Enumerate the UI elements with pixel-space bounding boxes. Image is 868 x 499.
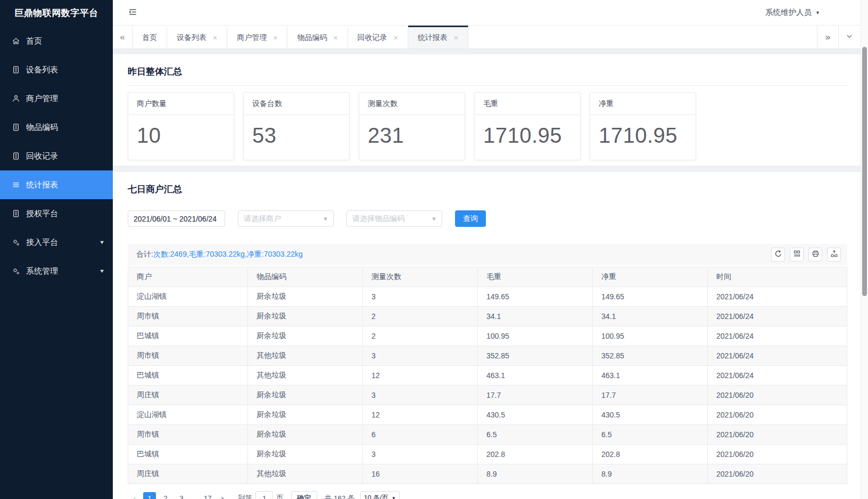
doc-icon (12, 209, 20, 218)
tab-label: 商户管理 (237, 33, 267, 43)
table-cell: 其他垃圾 (248, 366, 363, 386)
sidebar-item-access-platform[interactable]: 接入平台▼ (0, 228, 113, 257)
table-cell: 其他垃圾 (248, 346, 363, 366)
table-cell: 厨余垃圾 (248, 405, 363, 425)
table-row: 周庄镇其他垃圾168.98.92021/06/20 (128, 464, 847, 484)
close-tab-icon[interactable]: × (454, 34, 458, 42)
scrollbar-track[interactable] (861, 0, 868, 499)
print-button[interactable] (808, 248, 822, 261)
report-table: 商户物品编码测量次数毛重净重时间 淀山湖镇厨余垃圾3149.65149.6520… (128, 267, 847, 484)
next-page-button[interactable]: › (216, 492, 229, 499)
search-button[interactable]: 查询 (455, 210, 486, 227)
table-row: 周市镇厨余垃圾66.56.52021/06/20 (128, 425, 847, 445)
table-cell: 周市镇 (128, 346, 248, 366)
tab-list: 首页设备列表×商户管理×物品编码×回收记录×统计报表× (133, 26, 468, 48)
sidebar-item-stats-report[interactable]: 统计报表 (0, 170, 113, 199)
table-cell: 2021/06/20 (708, 386, 847, 405)
table-row: 淀山湖镇厨余垃圾12430.5430.52021/06/20 (128, 405, 847, 425)
table-cell: 厨余垃圾 (248, 445, 363, 464)
sidebar-item-system-mgmt[interactable]: 系统管理▼ (0, 257, 113, 285)
table-cell: 2021/06/24 (708, 326, 847, 346)
merchant-select[interactable]: 请选择商户 ▼ (238, 210, 334, 227)
tab-label: 回收记录 (358, 33, 387, 43)
stat-card-label: 设备台数 (244, 93, 349, 115)
sidebar-item-home[interactable]: 首页 (0, 27, 113, 55)
sidebar-collapse-button[interactable] (128, 7, 138, 19)
goto-confirm-button[interactable]: 确定 (291, 491, 317, 499)
item-code-select[interactable]: 请选择物品编码 ▼ (346, 210, 442, 227)
divider (113, 49, 868, 54)
table-cell: 2 (363, 326, 478, 346)
sidebar-item-label: 商户管理 (26, 94, 58, 104)
table-row: 巴城镇厨余垃圾3202.8202.82021/06/20 (128, 445, 847, 464)
date-range-input[interactable] (128, 210, 225, 227)
tab-merchant-mgmt[interactable]: 商户管理× (227, 26, 287, 48)
stat-card-value: 53 (244, 115, 349, 148)
table-cell: 8.9 (478, 464, 593, 484)
table-cell: 6.5 (478, 425, 593, 445)
tab-home[interactable]: 首页 (133, 26, 167, 48)
table-cell: 2 (363, 307, 478, 326)
scrollbar-thumb[interactable] (862, 47, 867, 296)
page-2-button[interactable]: 2 (159, 492, 172, 499)
table-cell: 其他垃圾 (248, 464, 363, 484)
tab-stats-report[interactable]: 统计报表× (408, 26, 468, 48)
total-count-label: 共 162 条 (325, 494, 355, 499)
tab-device-list[interactable]: 设备列表× (167, 26, 227, 48)
close-tab-icon[interactable]: × (213, 34, 217, 42)
table-cell: 149.65 (593, 287, 708, 307)
app-title: 巨鼎物联网数字平台 (0, 0, 113, 26)
export-button[interactable] (827, 248, 841, 261)
table-cell: 352.85 (593, 346, 708, 366)
stat-card-value: 1710.95 (590, 115, 696, 148)
sidebar-item-label: 首页 (26, 36, 42, 46)
tab-recycle-records[interactable]: 回收记录× (348, 26, 408, 48)
table-cell: 430.5 (593, 405, 708, 425)
table-cell: 2021/06/24 (708, 307, 847, 326)
chevron-down-icon: ▼ (99, 268, 105, 274)
columns-icon (793, 250, 801, 259)
tab-options-button[interactable] (838, 26, 859, 48)
caret-down-icon: ▼ (392, 496, 396, 499)
caret-down-icon: ▼ (323, 216, 328, 222)
table-cell: 2021/06/20 (708, 464, 847, 484)
column-header: 商户 (128, 267, 248, 287)
table-cell: 3 (363, 287, 478, 307)
close-tab-icon[interactable]: × (394, 34, 398, 42)
table-cell: 周市镇 (128, 425, 248, 445)
item-code-select-placeholder: 请选择物品编码 (352, 214, 404, 224)
sidebar-item-label: 接入平台 (26, 238, 58, 248)
tab-item-code[interactable]: 物品编码× (287, 26, 348, 48)
stat-card-label: 测量次数 (359, 93, 465, 115)
goto-page-input[interactable] (255, 491, 273, 499)
chevron-down-icon (846, 32, 853, 43)
sidebar-item-device-list[interactable]: 设备列表 (0, 55, 113, 84)
sidebar-item-item-code[interactable]: 物品编码 (0, 113, 113, 142)
table-cell: 2021/06/24 (708, 287, 847, 307)
columns-button[interactable] (790, 248, 804, 261)
stat-cards: 商户数量10设备台数53测量次数231毛重1710.95净重1710.95 (128, 92, 847, 160)
sidebar-item-auth-platform[interactable]: 授权平台 (0, 199, 113, 228)
totals-bar: 合计:次数:2469,毛重:70303.22kg,净重:70303.22kg (128, 244, 847, 265)
page-size-select[interactable]: 10 条/页 ▼ (360, 491, 400, 499)
stat-card-value: 231 (359, 115, 465, 148)
section-title-overview: 昨日整体汇总 (128, 60, 847, 86)
sidebar-menu: 首页设备列表商户管理物品编码回收记录统计报表授权平台接入平台▼系统管理▼ (0, 27, 113, 285)
scroll-tabs-left-button[interactable]: « (113, 26, 133, 48)
stat-card-label: 毛重 (475, 93, 580, 115)
column-header: 时间 (708, 267, 847, 287)
page-3-button[interactable]: 3 (175, 492, 188, 499)
page-1-button[interactable]: 1 (143, 492, 156, 499)
scroll-tabs-right-button[interactable]: » (817, 26, 838, 48)
refresh-button[interactable] (771, 248, 785, 261)
page-17-button[interactable]: 17 (201, 492, 214, 499)
table-cell: 202.8 (478, 445, 593, 464)
table-cell: 202.8 (593, 445, 708, 464)
stat-card-value: 1710.95 (475, 115, 580, 148)
close-tab-icon[interactable]: × (333, 34, 337, 42)
sidebar-item-merchant-mgmt[interactable]: 商户管理 (0, 84, 113, 113)
user-menu[interactable]: 系统维护人员 ▼ (765, 7, 820, 18)
prev-page-button[interactable]: ‹ (128, 492, 142, 499)
sidebar-item-recycle-records[interactable]: 回收记录 (0, 142, 113, 170)
close-tab-icon[interactable]: × (273, 34, 277, 42)
